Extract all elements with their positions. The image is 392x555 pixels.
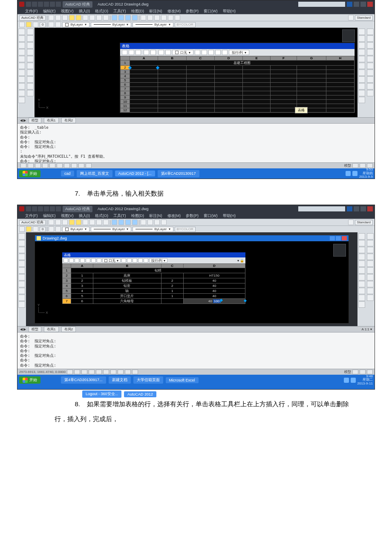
props-icon[interactable] [49, 22, 54, 27]
cell[interactable]: 轴 [93, 289, 161, 294]
draw-toolbar-left-2[interactable] [26, 28, 35, 117]
status-icon[interactable] [367, 163, 373, 168]
help-search-input[interactable] [298, 206, 345, 211]
mirror-icon[interactable] [358, 247, 365, 253]
data-grid[interactable]: A B C D 1钻模 21底座HT150 32钻模板240 43钻套240 [62, 263, 245, 304]
max-icon[interactable] [336, 236, 341, 240]
tab-layout2[interactable]: 布局2 [61, 327, 76, 332]
row-header[interactable]: 6 [121, 83, 130, 87]
row-header[interactable]: 1 [63, 268, 71, 273]
tab-model[interactable]: 模型 [29, 327, 41, 332]
row-header[interactable]: 4 [121, 74, 130, 78]
point-icon[interactable] [18, 295, 25, 301]
circle-icon[interactable] [18, 42, 25, 49]
taskbar-item[interactable]: AutoCAD 2012 - [... [115, 171, 155, 176]
tool-icon[interactable] [367, 69, 374, 76]
menu-format[interactable]: 格式(O) [95, 213, 108, 219]
row-header[interactable]: 6 [63, 294, 71, 299]
tray-icon[interactable] [344, 378, 349, 383]
tool-icon[interactable] [367, 274, 374, 280]
cell[interactable]: 4 [71, 289, 93, 294]
border-icon[interactable] [127, 258, 132, 263]
tool-icon[interactable] [367, 254, 374, 260]
windows-taskbar[interactable]: 开始 第4章CAD20130917... 新建文档 大学信箱页面 Microso… [17, 375, 375, 389]
align-icon[interactable] [195, 50, 200, 55]
border-icon[interactable] [202, 50, 207, 55]
modify-toolbar-right-2[interactable] [366, 232, 375, 326]
cell-fill-dropdown[interactable]: 口无▾ [172, 50, 193, 55]
cell[interactable]: 40 [183, 294, 245, 299]
table-editor-panel[interactable]: 表格 口无▾ 按行/列▾ ▾ 🔒 [62, 252, 245, 304]
annotation-icon[interactable] [348, 220, 354, 225]
tool-icon[interactable] [367, 288, 374, 294]
lock-icon[interactable] [215, 50, 221, 55]
redo-icon[interactable] [76, 15, 81, 20]
start-button[interactable]: 开始 [19, 376, 40, 384]
color-dropdown[interactable]: ByLayer▾ [62, 22, 89, 27]
layer-icon[interactable] [19, 226, 25, 232]
menu-tools[interactable]: 工具(T) [113, 9, 126, 14]
status-bar[interactable]: 2973.6913, 1661.4740, 0.0000 模型 [17, 369, 375, 375]
layer-icon[interactable] [19, 22, 25, 27]
quick-access-toolbar[interactable] [26, 2, 61, 7]
text-icon[interactable] [18, 76, 25, 83]
unmerge-icon[interactable] [165, 50, 171, 55]
model-space-button[interactable]: 模型 [344, 370, 351, 374]
close-button[interactable] [367, 206, 373, 211]
ortho-toggle[interactable] [81, 370, 87, 374]
tool-icon[interactable] [27, 29, 34, 35]
new-icon[interactable] [49, 15, 54, 20]
maximize-button[interactable] [360, 2, 366, 7]
unmerge-icon[interactable] [97, 258, 101, 263]
menu-help[interactable]: 帮助(H) [223, 213, 236, 219]
minimize-button[interactable] [354, 2, 359, 7]
windows-taskbar[interactable]: 开始 cad 网上邻居_百度文 AutoCAD 2012 - [... 第4章C… [17, 168, 375, 179]
panel-title[interactable]: 表格 [120, 43, 355, 49]
linetype-dropdown[interactable]: ByLayer▾ [91, 227, 131, 232]
tool-icon[interactable] [367, 295, 374, 301]
copy-obj-icon[interactable] [358, 240, 365, 246]
format-icon[interactable] [133, 258, 137, 263]
model-space[interactable]: Y│└── X 表格 口无▾ 按行/列▾ ▾ � [35, 241, 349, 323]
tool-icon[interactable] [367, 281, 374, 287]
polar-toggle[interactable] [89, 370, 95, 374]
tool-icon[interactable] [367, 240, 374, 246]
tray-icon[interactable] [352, 171, 357, 176]
tool-icon[interactable] [367, 63, 374, 69]
mirror-icon[interactable] [358, 42, 365, 49]
menu-file[interactable]: 文件(F) [25, 9, 38, 14]
erase-icon[interactable] [358, 233, 365, 240]
fillet-icon[interactable] [358, 97, 365, 103]
offset-icon[interactable] [358, 254, 365, 260]
qp-toggle[interactable] [78, 163, 84, 168]
status-bar[interactable]: 模型 [17, 162, 375, 168]
cut-icon[interactable] [89, 220, 95, 225]
modify-toolbar-right[interactable] [357, 28, 366, 117]
lwt-toggle[interactable] [118, 370, 124, 374]
status-icon[interactable] [367, 370, 373, 374]
col-header[interactable]: C [186, 56, 214, 61]
linetype-dropdown[interactable]: ByLayer▾ [91, 22, 131, 27]
merge-icon[interactable] [91, 258, 96, 263]
lineweight-dropdown[interactable]: ByLayer▾ [133, 22, 173, 27]
menu-param[interactable]: 参数(P) [186, 213, 199, 219]
tool-icon[interactable] [27, 56, 34, 62]
cell-fill-dropdown[interactable]: 口无▾ [102, 258, 121, 263]
help-search-input[interactable] [298, 2, 345, 7]
qp-toggle[interactable] [125, 370, 131, 374]
cell[interactable]: 钻模板 [93, 278, 161, 283]
tool-icon[interactable] [367, 83, 374, 90]
model-space[interactable]: Y│└── X 表格 口无▾ 按行/列▾ [35, 28, 357, 117]
col-header[interactable]: B [158, 56, 186, 61]
tool-icon[interactable] [367, 233, 374, 240]
annotation-icon[interactable] [348, 15, 354, 20]
ellipse-icon[interactable] [18, 267, 25, 274]
menu-insert[interactable]: 插入(I) [79, 213, 90, 219]
region-icon[interactable] [18, 301, 25, 308]
tool-icon[interactable] [27, 49, 34, 55]
row-header[interactable]: 2 [63, 273, 71, 278]
menu-edit[interactable]: 编辑(E) [43, 213, 56, 219]
status-icon[interactable] [352, 163, 358, 168]
menu-param[interactable]: 参数(P) [186, 9, 199, 14]
delete-col-icon[interactable] [150, 50, 156, 55]
